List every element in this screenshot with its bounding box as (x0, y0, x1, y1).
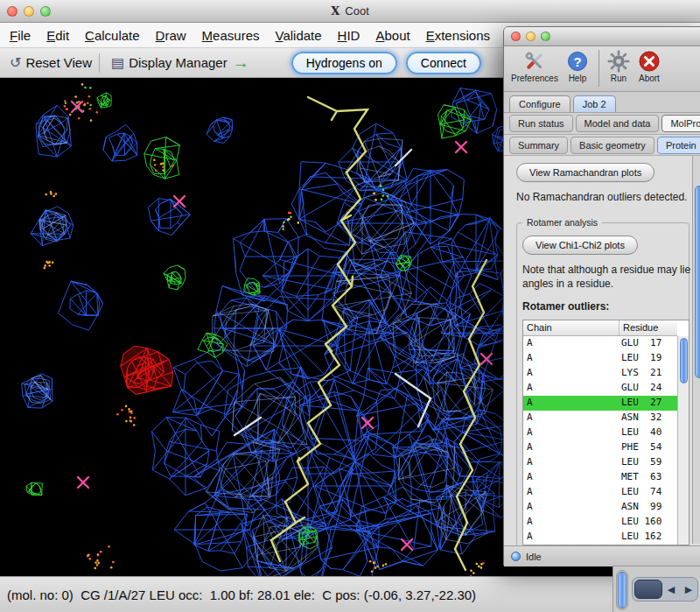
scroll-right-button[interactable]: ▶ (680, 579, 697, 600)
scrollbar-thumb[interactable] (634, 580, 662, 599)
rotamer-outlier-row[interactable]: AASN 99 (523, 500, 677, 515)
menu-edit[interactable]: Edit (38, 25, 77, 46)
rotamer-outlier-row[interactable]: AGLU 17 (523, 336, 677, 351)
view-ramachandran-plots-button[interactable]: View Ramachandran plots (516, 163, 654, 182)
rotamer-outliers-label: Rotamer outliers: (522, 300, 683, 313)
status-text: (mol. no: 0) CG /1/A/27 LEU occ: 1.00 bf… (7, 587, 476, 602)
tab-summary[interactable]: Summary (509, 137, 568, 154)
ramachandran-message: No Ramachandran outliers detected. (516, 191, 700, 203)
phenix-titlebar (504, 27, 700, 46)
green-arrow-icon[interactable]: → (233, 53, 249, 73)
rotamer-outlier-row[interactable]: ALEU 40 (523, 426, 677, 440)
x11-icon: X (331, 4, 340, 18)
phenix-toolbar: Preferences?HelpRunAbort (504, 46, 700, 92)
column-header-chain[interactable]: Chain (523, 320, 620, 335)
rotamer-outlier-row[interactable]: ALEU 19 (523, 351, 677, 366)
tab-protein[interactable]: Protein (657, 137, 700, 154)
coot-titlebar: XCoot (0, 0, 700, 23)
abort-button[interactable]: Abort (638, 49, 661, 83)
tab-configure[interactable]: Configure (509, 95, 570, 112)
tab-molprobity[interactable]: MolProbity (662, 115, 700, 132)
tab-run-status[interactable]: Run status (509, 115, 573, 132)
menu-extensions[interactable]: Extensions (418, 25, 498, 46)
background-window-corner: ◀ ▶ (612, 566, 700, 612)
reset-view-button[interactable]: Reset View (25, 55, 92, 70)
display-manager-icon[interactable]: ▤ (111, 54, 124, 71)
menu-draw[interactable]: Draw (148, 25, 194, 46)
toolbar-separator (598, 50, 599, 87)
phenix-status-text: Idle (526, 552, 542, 562)
rotamer-outlier-row[interactable]: ALEU 74 (523, 485, 677, 500)
phenix-validation-window: Preferences?HelpRunAbort ConfigureJob 2 … (503, 26, 700, 566)
tools-icon (523, 49, 546, 74)
vertical-scrollbar[interactable] (616, 570, 628, 610)
menu-hid[interactable]: HID (330, 25, 368, 46)
tab-job-2[interactable]: Job 2 (573, 95, 616, 112)
rotamer-analysis-label: Rotamer analysis (522, 217, 602, 228)
rotamer-outlier-row[interactable]: ALEU 162 (523, 530, 677, 545)
tab-model-and-data[interactable]: Model and data (576, 115, 660, 132)
reset-view-icon[interactable]: ↺ (10, 54, 21, 71)
phenix-status-bar: Idle (504, 545, 700, 566)
rotamer-note-line1: Note that although a residue may lie (522, 264, 683, 276)
rotamer-outliers-table: Chain Residue AGLU 17ALEU 19ALYS 21AGLU … (522, 320, 690, 545)
electron-density-mesh (22, 88, 528, 576)
rotamer-outlier-row[interactable]: AASN 32 (523, 411, 677, 426)
molprobity-protein-panel: View Ramachandran plots No Ramachandran … (504, 156, 700, 545)
rotamer-outlier-row[interactable]: APHE 54 (523, 440, 677, 455)
menu-validate[interactable]: Validate (267, 25, 329, 46)
svg-text:?: ? (573, 54, 581, 69)
toolbar-button-label: Help (569, 74, 587, 83)
display-manager-button[interactable]: Display Manager (129, 55, 228, 70)
help-button[interactable]: ?Help (566, 49, 589, 83)
status-bar: (mol. no: 0) CG /1/A/27 LEU occ: 1.00 bf… (0, 576, 700, 612)
rotamer-outlier-row[interactable]: AMET 63 (523, 470, 677, 485)
minimize-button[interactable] (526, 32, 536, 41)
window-vertical-scrollbar[interactable] (692, 156, 700, 544)
close-button[interactable] (511, 32, 521, 41)
hydrogens-toggle-button[interactable]: Hydrogens on (291, 52, 397, 74)
molprobity-subtabs: SummaryBasic geometryProteinClashes (504, 135, 700, 156)
rotamer-outlier-row[interactable]: ALYS 21 (523, 366, 677, 381)
view-chi1-chi2-plots-button[interactable]: View Chi1-Chi2 plots (522, 236, 638, 255)
menu-calculate[interactable]: Calculate (77, 25, 148, 46)
window-title: XCoot (0, 4, 700, 18)
toolbar-button-label: Preferences (511, 74, 558, 83)
menu-file[interactable]: File (2, 25, 38, 46)
menu-about[interactable]: About (368, 25, 417, 46)
job-tabs: ConfigureJob 2 (504, 92, 700, 113)
toolbar-separator (99, 53, 100, 73)
connect-button[interactable]: Connect (406, 52, 481, 74)
menu-measures[interactable]: Measures (194, 25, 268, 46)
tab-basic-geometry[interactable]: Basic geometry (570, 137, 654, 154)
column-header-residue[interactable]: Residue (620, 320, 677, 335)
rotamer-note-line2: angles in a residue. (522, 278, 683, 290)
validation-tabs: Run statusModel and dataMolProbity (504, 113, 700, 135)
rotamer-outlier-row[interactable]: ALEU 27 (523, 396, 677, 411)
abort-icon (638, 49, 661, 74)
rotamer-outlier-row[interactable]: ALEU 160 (523, 515, 677, 530)
scrollbar-thumb[interactable] (695, 186, 700, 378)
zoom-button[interactable] (541, 32, 550, 41)
rotamer-outlier-row[interactable]: ALEU 59 (523, 455, 677, 470)
rotamer-analysis-frame: Rotamer analysis View Chi1-Chi2 plots No… (516, 222, 690, 545)
rotamer-outlier-row[interactable]: AGLU 24 (523, 381, 677, 396)
table-vertical-scrollbar[interactable] (677, 336, 689, 545)
scroll-left-button[interactable]: ◀ (662, 579, 680, 600)
help-icon: ? (566, 49, 589, 74)
gear-icon (607, 49, 630, 74)
toolbar-button-label: Abort (639, 74, 660, 83)
scrollbar-thumb[interactable] (618, 572, 626, 608)
status-orb-icon (511, 552, 521, 561)
table-body: AGLU 17ALEU 19ALYS 21AGLU 24ALEU 27AASN … (523, 336, 677, 545)
screen: XCoot FileEditCalculateDrawMeasuresValid… (0, 0, 700, 612)
table-header: Chain Residue (523, 320, 677, 336)
run-button[interactable]: Run (607, 49, 630, 83)
horizontal-scrollbar[interactable]: ◀ ▶ (632, 577, 698, 601)
toolbar-button-label: Run (611, 74, 626, 83)
scrollbar-thumb[interactable] (680, 338, 688, 383)
preferences-button[interactable]: Preferences (511, 49, 558, 83)
